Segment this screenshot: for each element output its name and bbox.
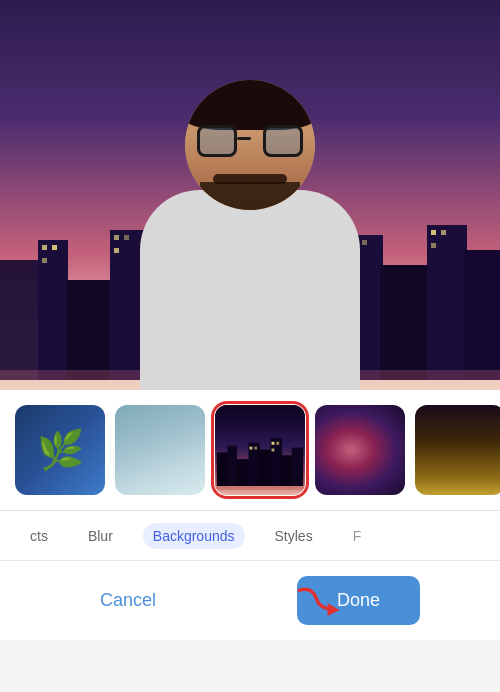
svg-rect-33: [431, 243, 436, 248]
thumbnail-blur[interactable]: [115, 405, 205, 495]
svg-rect-39: [258, 450, 272, 486]
tab-more[interactable]: F: [343, 523, 372, 549]
svg-rect-37: [236, 459, 250, 486]
svg-rect-14: [42, 258, 47, 263]
svg-rect-35: [217, 452, 229, 486]
video-preview: [0, 0, 500, 390]
svg-rect-41: [280, 455, 293, 486]
person-overlay: [100, 50, 400, 390]
svg-rect-42: [292, 448, 304, 486]
tab-blur[interactable]: Blur: [78, 523, 123, 549]
svg-rect-32: [441, 230, 446, 235]
svg-rect-12: [464, 250, 500, 380]
svg-rect-46: [276, 442, 279, 445]
thumbnail-strip: 🌿: [0, 390, 500, 510]
svg-rect-44: [254, 447, 257, 450]
person-head: [185, 80, 315, 210]
svg-rect-13: [42, 245, 47, 250]
svg-rect-43: [249, 447, 252, 450]
svg-marker-48: [328, 603, 340, 616]
arrow-icon: [295, 581, 355, 621]
svg-rect-11: [427, 225, 467, 380]
action-bar: Cancel Done: [0, 560, 500, 640]
cancel-button[interactable]: Cancel: [80, 580, 176, 621]
thumbnail-city[interactable]: [215, 405, 305, 495]
tab-backgrounds[interactable]: Backgrounds: [143, 523, 245, 549]
arrow-indicator: [295, 581, 355, 621]
svg-rect-47: [272, 449, 275, 452]
tab-effects[interactable]: cts: [20, 523, 58, 549]
svg-rect-36: [227, 446, 237, 486]
svg-rect-31: [431, 230, 436, 235]
svg-rect-0: [0, 260, 40, 380]
thumbnail-space[interactable]: [315, 405, 405, 495]
person-body: [140, 190, 360, 390]
svg-rect-15: [52, 245, 57, 250]
svg-rect-45: [272, 442, 275, 445]
thumbnail-leaves[interactable]: 🌿: [15, 405, 105, 495]
tab-styles[interactable]: Styles: [265, 523, 323, 549]
tab-navigation: cts Blur Backgrounds Styles F: [0, 510, 500, 560]
thumbnail-indoor[interactable]: [415, 405, 500, 495]
